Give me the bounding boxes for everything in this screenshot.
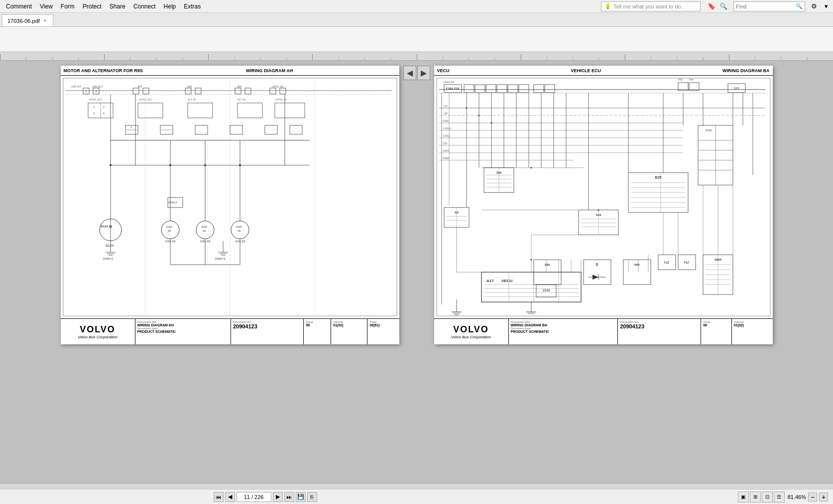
svg-text:D: D — [595, 263, 598, 266]
left-footer-doc-no-col: Document No 20904123 — [231, 319, 304, 344]
svg-point-73 — [239, 164, 241, 166]
svg-text:G04,S9: G04,S9 — [235, 240, 245, 243]
svg-text:+STAG_ALT: +STAG_ALT — [138, 98, 152, 101]
copy-position-button[interactable]: ⎘ — [307, 492, 317, 502]
left-wiring-diagram: 1 2 +24V ALT +24V ALT BAT BAT — [61, 76, 399, 318]
ruler-mark — [182, 57, 208, 60]
svg-point-70 — [110, 164, 112, 166]
left-header-center-text: WIRING DIAGRAM AH — [143, 68, 396, 73]
ruler-mark — [235, 57, 260, 60]
ruler-mark — [469, 57, 494, 60]
volvo-company-left: Volvo Bus Corporation — [78, 335, 118, 339]
svg-text:A124: A124 — [106, 244, 114, 247]
svg-text:K3: K3 — [455, 211, 459, 214]
ruler-mark — [625, 54, 651, 60]
ruler-mark — [130, 57, 156, 60]
left-volume-value: 01(02) — [333, 323, 365, 327]
svg-text:1936: 1936 — [542, 289, 550, 292]
save-position-button[interactable]: 💾 — [296, 492, 306, 502]
ruler-mark — [260, 57, 286, 60]
ruler-mark — [729, 54, 755, 60]
svg-point-237 — [478, 115, 479, 116]
tab-close-button[interactable]: × — [43, 17, 48, 24]
page-number-input[interactable] — [237, 492, 271, 502]
menu-help[interactable]: Help — [160, 2, 180, 11]
svg-text:STAG: STAG — [706, 129, 712, 132]
svg-text:HZ: HZ — [664, 260, 669, 265]
next-page-button[interactable]: ▶ — [273, 492, 283, 502]
prev-page-button[interactable]: ◀ — [225, 492, 235, 502]
tell-me-box[interactable]: 💡 Tell me what you want to do.. — [601, 1, 701, 11]
settings-icon[interactable]: ⚙ — [809, 1, 819, 11]
tab-bar: 17036-06.pdf × — [0, 13, 833, 27]
document-tab[interactable]: 17036-06.pdf × — [2, 14, 53, 26]
svg-point-240 — [597, 209, 599, 211]
ruler-mark — [651, 57, 677, 60]
svg-text:GND72: GND72 — [103, 257, 114, 260]
between-pages-nav-next[interactable]: ▶ — [417, 66, 430, 80]
page-nav-area: ◀ ▶ — [403, 66, 430, 80]
menu-comment[interactable]: Comment — [2, 2, 36, 11]
svg-text:S50: S50 — [544, 263, 550, 266]
first-page-button[interactable]: ⏮ — [214, 492, 224, 502]
svg-text:B25: B25 — [655, 176, 661, 179]
bookmark-icon[interactable]: 🔍 — [718, 1, 728, 11]
svg-text:XP017: XP017 — [168, 201, 177, 204]
svg-text:+STAG_IN: +STAG_IN — [275, 98, 287, 101]
svg-text:G04: G04 — [236, 225, 242, 228]
menu-search-area: 💡 Tell me what you want to do.. 🔖 🔍 🔍 ⚙ … — [601, 1, 831, 11]
tab-filename: 17036-06.pdf — [7, 18, 40, 24]
left-doc-title-value: WIRING DIAGRAM AH — [137, 323, 229, 327]
expand-icon[interactable]: ▾ — [821, 1, 831, 11]
left-page: MOTOR AND ALTERNATOR FOR R9S WIRING DIAG… — [61, 66, 399, 344]
right-volume-value: 01(02) — [734, 323, 771, 327]
right-status-controls: ▣ ⊞ ⊡ ☰ 81.46% − + — [738, 492, 828, 503]
svg-text:A80: A80 — [634, 263, 640, 266]
zoom-in-button[interactable]: + — [819, 493, 828, 502]
left-page-value: 09(61) — [369, 323, 397, 327]
svg-text:F: F — [130, 126, 132, 129]
zoom-controls: 81.46% − + — [788, 493, 828, 502]
menu-extras[interactable]: Extras — [180, 2, 205, 11]
ruler-mark — [755, 57, 781, 60]
svg-text:BAT: BAT — [238, 85, 242, 88]
left-footer-info: Document title WIRING DIAGRAM AH Documen… — [135, 319, 399, 344]
zoom-level-text: 81.46% — [788, 494, 806, 500]
single-page-view-button[interactable]: ▣ — [738, 492, 749, 503]
volvo-company-right: Volvo Bus Corporation — [451, 335, 491, 339]
menu-view[interactable]: View — [36, 2, 57, 11]
fit-page-view-button[interactable]: ⊡ — [762, 492, 773, 503]
right-doc-no-value: 20904123 — [620, 323, 699, 329]
zoom-out-button[interactable]: − — [808, 493, 817, 502]
status-bar: ⏮ ◀ ▶ ⏭ 💾 ⎘ ▣ ⊞ ⊡ ☰ 81.46% − + — [0, 489, 833, 504]
ruler-mark — [104, 54, 130, 60]
view-mode-buttons: ▣ ⊞ ⊡ ☰ — [738, 492, 785, 503]
svg-text:GND73: GND73 — [215, 257, 226, 260]
double-page-view-button[interactable]: ⊞ — [750, 492, 761, 503]
menu-protect[interactable]: Protect — [79, 2, 106, 11]
ruler-mark — [78, 57, 104, 60]
last-page-button[interactable]: ⏭ — [284, 492, 294, 502]
search-input[interactable] — [736, 3, 796, 9]
scroll-view-button[interactable]: ☰ — [774, 492, 785, 503]
ruler-mark — [521, 54, 547, 60]
favorites-icon[interactable]: 🔖 — [707, 1, 716, 11]
left-doc-no-value: 20904123 — [233, 323, 302, 329]
svg-point-241 — [530, 259, 532, 261]
top-ruler — [0, 52, 833, 61]
svg-text:VECU: VECU — [501, 279, 512, 283]
menu-form[interactable]: Form — [57, 2, 79, 11]
right-page-footer: VOLVO Volvo Bus Corporation Document tit… — [434, 318, 773, 344]
svg-text:STAG_IN: STAG_IN — [272, 85, 283, 88]
search-box[interactable]: 🔍 — [733, 1, 805, 11]
ruler-mark — [312, 54, 338, 60]
svg-text:+24V ALT: +24V ALT — [71, 85, 82, 88]
svg-text:+15: +15 — [443, 104, 448, 107]
search-icon: 🔍 — [796, 3, 803, 9]
between-pages-nav-prev[interactable]: ◀ — [403, 66, 416, 80]
menu-connect[interactable]: Connect — [129, 2, 160, 11]
svg-text:S18: S18 — [595, 213, 601, 216]
right-footer-volume-col: Volume 01(02) — [732, 319, 773, 344]
volvo-logo-right: VOLVO — [453, 324, 489, 335]
menu-share[interactable]: Share — [106, 2, 129, 11]
